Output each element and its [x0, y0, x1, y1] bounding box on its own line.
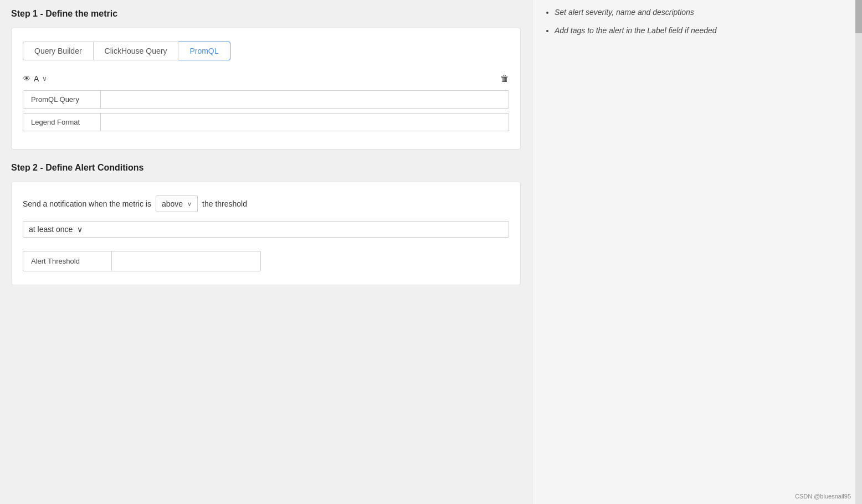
tab-query-builder[interactable]: Query Builder [23, 42, 94, 60]
promql-query-input[interactable] [101, 91, 509, 108]
step1-card: Query Builder ClickHouse Query PromQL 👁 … [11, 28, 521, 150]
main-content: Step 1 - Define the metric Query Builder… [0, 0, 532, 504]
query-label: 👁 A ∨ [23, 74, 47, 83]
scrollbar-track[interactable] [855, 0, 862, 504]
alert-threshold-row: Alert Threshold [23, 251, 261, 271]
query-letter: A [34, 74, 39, 83]
scrollbar-thumb[interactable] [855, 0, 862, 33]
right-panel-bullets: Set alert severity, name and description… [543, 7, 851, 37]
promql-query-row: PromQL Query [23, 90, 509, 109]
condition-dropdown[interactable]: above ∨ [156, 196, 198, 212]
bullet-1: Set alert severity, name and description… [555, 7, 851, 18]
step1-title: Step 1 - Define the metric [11, 9, 521, 19]
watermark: CSDN @bluesnail95 [795, 493, 851, 500]
eye-icon[interactable]: 👁 [23, 74, 30, 83]
delete-icon[interactable]: 🗑 [500, 74, 509, 84]
condition-prefix: Send a notification when the metric is [23, 199, 151, 208]
promql-query-label: PromQL Query [23, 91, 101, 108]
tab-clickhouse-query[interactable]: ClickHouse Query [94, 42, 179, 60]
condition-suffix: the threshold [202, 199, 247, 208]
query-row: 👁 A ∨ 🗑 [23, 74, 509, 84]
alert-threshold-input[interactable] [112, 251, 260, 271]
legend-format-input[interactable] [101, 114, 509, 131]
frequency-dropdown-value: at least once [29, 225, 73, 234]
step2-card: Send a notification when the metric is a… [11, 182, 521, 285]
frequency-row: at least once ∨ [23, 221, 509, 238]
alert-threshold-label: Alert Threshold [23, 251, 112, 271]
frequency-chevron-icon: ∨ [77, 225, 83, 234]
right-panel: Set alert severity, name and description… [532, 0, 862, 504]
condition-chevron-icon: ∨ [187, 200, 192, 208]
tab-promql[interactable]: PromQL [178, 42, 230, 60]
legend-format-row: Legend Format [23, 113, 509, 131]
frequency-dropdown[interactable]: at least once ∨ [23, 221, 509, 238]
chevron-down-icon[interactable]: ∨ [42, 75, 47, 83]
condition-dropdown-value: above [162, 199, 183, 208]
bullet-2: Add tags to the alert in the Label field… [555, 25, 851, 37]
tab-bar: Query Builder ClickHouse Query PromQL [23, 42, 509, 60]
legend-format-label: Legend Format [23, 114, 101, 131]
condition-row: Send a notification when the metric is a… [23, 196, 509, 212]
step2-title: Step 2 - Define Alert Conditions [11, 163, 521, 173]
